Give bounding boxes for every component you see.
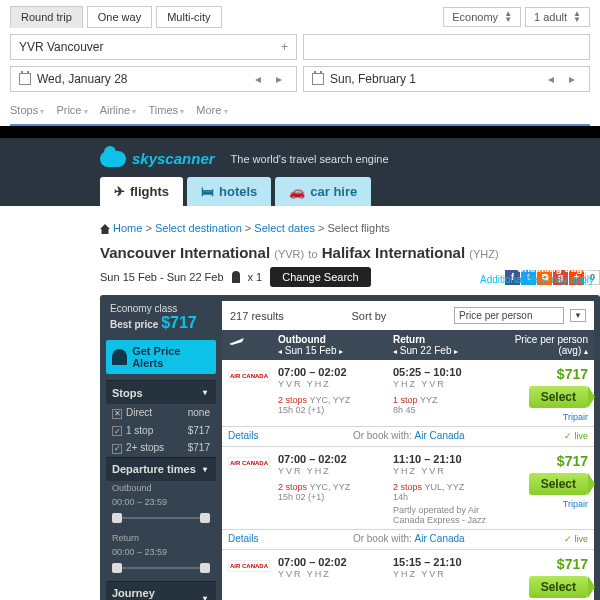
date-nav-arrows[interactable]: ◂ ▸ xyxy=(255,72,288,86)
column-outbound[interactable]: Outbound◂ Sun 15 Feb ▸ xyxy=(272,330,387,360)
brand-tagline: The world's travel search engine xyxy=(231,153,389,165)
baggage-notice: Checking bags? Additional fees may apply xyxy=(480,263,594,285)
return-leg: 05:25 – 10:10YHZ YVR1 stop YYZ8h 45 xyxy=(393,366,508,422)
chevron-updown-icon: ▲▼ xyxy=(573,11,581,23)
trip-oneway-tab[interactable]: One way xyxy=(87,6,152,28)
sort-dropdown-icon[interactable]: ▼ xyxy=(570,309,586,322)
fees-link[interactable]: Additional fees may apply xyxy=(480,274,594,285)
best-price-label: Best price xyxy=(110,319,158,330)
person-icon xyxy=(232,271,240,283)
crumb-dates[interactable]: Select dates xyxy=(254,222,315,234)
select-button[interactable]: Select xyxy=(529,386,588,408)
live-indicator: ✓ live xyxy=(559,431,588,441)
book-airline-link[interactable]: Air Canada xyxy=(415,430,465,441)
agent-link[interactable]: Tripair xyxy=(508,412,588,422)
cabin-select[interactable]: Economy▲▼ xyxy=(443,7,521,27)
live-indicator: ✓ live xyxy=(559,534,588,544)
stops-filter-header[interactable]: Stops▾ xyxy=(106,380,216,404)
calendar-icon xyxy=(312,73,324,85)
book-airline-link[interactable]: Air Canada xyxy=(415,533,465,544)
checkbox-2stops[interactable]: ✓ xyxy=(112,444,122,454)
select-button[interactable]: Select xyxy=(529,576,588,598)
bell-icon xyxy=(112,349,127,365)
add-origin-icon[interactable]: + xyxy=(281,40,288,54)
results-count: 217 results xyxy=(230,310,284,322)
result-price: $717 xyxy=(508,453,588,469)
airline-logo: AIR CANADA xyxy=(228,457,270,469)
airline-logo: AIR CANADA xyxy=(228,560,270,572)
breadcrumb: Home > Select destination > Select dates… xyxy=(100,216,600,240)
return-time-slider[interactable] xyxy=(112,563,210,573)
car-icon: 🚗 xyxy=(289,184,305,199)
result-card: AIR CANADA 07:00 – 02:02YVR YHZ 15:15 – … xyxy=(222,550,594,600)
filter-stops[interactable]: Stops xyxy=(10,104,44,116)
trip-multicity-tab[interactable]: Multi-city xyxy=(156,6,221,28)
return-label: Return xyxy=(106,531,216,545)
trip-roundtrip-tab[interactable]: Round trip xyxy=(10,6,83,28)
chevron-updown-icon: ▲▼ xyxy=(504,11,512,23)
checkbox-1stop[interactable]: ✓ xyxy=(112,426,122,436)
outbound-leg: 07:00 – 02:02YVR YHZ2 stops YYC, YYZ15h … xyxy=(278,366,393,422)
tab-hotels[interactable]: 🛏hotels xyxy=(187,177,271,206)
route-heading: Vancouver International (YVR) to Halifax… xyxy=(100,240,600,265)
bed-icon: 🛏 xyxy=(201,184,214,199)
details-link[interactable]: Details xyxy=(228,533,259,544)
return-range: 00:00 – 23:59 xyxy=(106,545,216,559)
home-icon[interactable] xyxy=(100,224,110,234)
duration-filter-header[interactable]: Journey duration▾ xyxy=(106,581,216,600)
destination-input[interactable] xyxy=(303,34,590,60)
brand-name: skyscanner xyxy=(132,150,215,167)
crumb-destination[interactable]: Select destination xyxy=(155,222,242,234)
departure-times-header[interactable]: Departure times▾ xyxy=(106,457,216,481)
sort-select[interactable]: Price per person xyxy=(454,307,564,324)
column-return[interactable]: Return◂ Sun 22 Feb ▸ xyxy=(387,330,502,360)
outbound-time-slider[interactable] xyxy=(112,513,210,523)
change-search-button[interactable]: Change Search xyxy=(270,267,370,287)
details-link[interactable]: Details xyxy=(228,430,259,441)
route-pax: x 1 xyxy=(248,271,263,283)
top-filter-bar: Stops Price Airline Times More xyxy=(10,100,590,126)
column-airline xyxy=(222,330,272,360)
plane-icon: ✈ xyxy=(114,184,125,199)
select-button[interactable]: Select xyxy=(529,473,588,495)
checkbox-direct[interactable]: ✕ xyxy=(112,409,122,419)
outbound-leg: 07:00 – 02:02YVR YHZ2 stops YYC, YYZ15h … xyxy=(278,453,393,525)
filter-times[interactable]: Times xyxy=(148,104,184,116)
outbound-range: 00:00 – 23:59 xyxy=(106,495,216,509)
return-date-input[interactable]: Sun, February 1◂ ▸ xyxy=(303,66,590,92)
result-price: $717 xyxy=(508,556,588,572)
airline-logo: AIR CANADA xyxy=(228,370,270,382)
result-card: AIR CANADA 07:00 – 02:02YVR YHZ2 stops Y… xyxy=(222,360,594,427)
sort-label: Sort by xyxy=(352,310,387,322)
tab-flights[interactable]: ✈flights xyxy=(100,177,183,206)
skyscanner-logo-icon xyxy=(100,151,126,167)
agent-link[interactable]: Tripair xyxy=(508,499,588,509)
depart-date-input[interactable]: Wed, January 28◂ ▸ xyxy=(10,66,297,92)
result-price: $717 xyxy=(508,366,588,382)
crumb-current: Select flights xyxy=(327,222,389,234)
outbound-label: Outbound xyxy=(106,481,216,495)
tab-carhire[interactable]: 🚗car hire xyxy=(275,177,371,206)
passengers-select[interactable]: 1 adult▲▼ xyxy=(525,7,590,27)
filter-price[interactable]: Price xyxy=(56,104,87,116)
crumb-home[interactable]: Home xyxy=(113,222,142,234)
return-leg: 11:10 – 21:10YHZ YVR2 stops YUL, YYZ14hP… xyxy=(393,453,508,525)
result-card: AIR CANADA 07:00 – 02:02YVR YHZ2 stops Y… xyxy=(222,447,594,530)
calendar-icon xyxy=(19,73,31,85)
price-alerts-button[interactable]: Get Price Alerts xyxy=(106,340,216,374)
filter-more[interactable]: More xyxy=(196,104,227,116)
cabin-class-label: Economy class xyxy=(110,303,212,314)
column-price[interactable]: Price per person (avg) ▴ xyxy=(502,330,594,360)
outbound-leg: 07:00 – 02:02YVR YHZ xyxy=(278,556,393,598)
filter-airline[interactable]: Airline xyxy=(100,104,137,116)
route-dates: Sun 15 Feb - Sun 22 Feb xyxy=(100,271,224,283)
date-nav-arrows[interactable]: ◂ ▸ xyxy=(548,72,581,86)
best-price-value: $717 xyxy=(161,314,197,331)
origin-input[interactable]: YVR Vancouver+ xyxy=(10,34,297,60)
return-leg: 15:15 – 21:10YHZ YVR xyxy=(393,556,508,598)
